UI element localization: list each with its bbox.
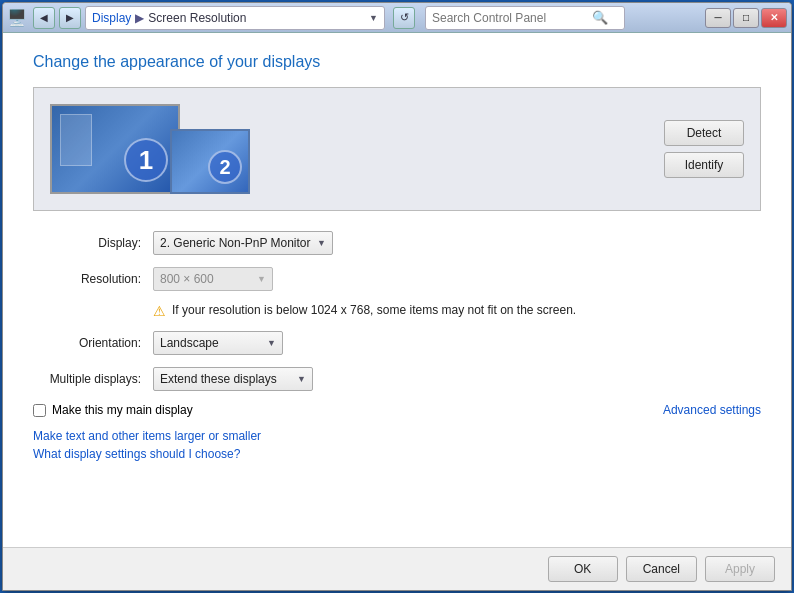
monitor-area: 1 2 <box>50 104 250 194</box>
bottom-bar: OK Cancel Apply <box>3 547 791 590</box>
display-select[interactable]: 2. Generic Non-PnP Monitor ▼ <box>153 231 333 255</box>
page-title: Change the appearance of your displays <box>33 53 761 71</box>
main-display-row: Make this my main display Advanced setti… <box>33 403 761 417</box>
resolution-select-arrow: ▼ <box>257 274 266 284</box>
search-input[interactable] <box>432 11 592 25</box>
window-icon: 🖥️ <box>7 8 27 27</box>
maximize-button[interactable]: □ <box>733 8 759 28</box>
ok-button[interactable]: OK <box>548 556 618 582</box>
resolution-select[interactable]: 800 × 600 ▼ <box>153 267 273 291</box>
title-bar-left: 🖥️ ◀ ▶ Display ▶ Screen Resolution ▼ ↺ <box>7 6 625 30</box>
orientation-select[interactable]: Landscape ▼ <box>153 331 283 355</box>
monitor-1[interactable]: 1 <box>50 104 180 194</box>
breadcrumb-current: Screen Resolution <box>148 11 246 25</box>
search-bar: 🔍 <box>425 6 625 30</box>
link-row-2: What display settings should I choose? <box>33 447 761 461</box>
minimize-button[interactable]: ─ <box>705 8 731 28</box>
orientation-row: Orientation: Landscape ▼ <box>33 331 761 355</box>
multiple-displays-select-arrow: ▼ <box>297 374 306 384</box>
nav-forward-button[interactable]: ▶ <box>59 7 81 29</box>
cancel-button[interactable]: Cancel <box>626 556 697 582</box>
title-bar: 🖥️ ◀ ▶ Display ▶ Screen Resolution ▼ ↺ <box>3 3 791 33</box>
refresh-button[interactable]: ↺ <box>393 7 415 29</box>
nav-back-button[interactable]: ◀ <box>33 7 55 29</box>
monitor-1-number: 1 <box>124 138 168 182</box>
orientation-select-arrow: ▼ <box>267 338 276 348</box>
multiple-displays-row: Multiple displays: Extend these displays… <box>33 367 761 391</box>
detect-buttons-group: Detect Identify <box>664 120 744 178</box>
display-label: Display: <box>33 236 153 250</box>
window-controls: ─ □ ✕ <box>705 8 787 28</box>
breadcrumb-display-link[interactable]: Display <box>92 11 131 25</box>
multiple-displays-label: Multiple displays: <box>33 372 153 386</box>
main-display-checkbox-label: Make this my main display <box>52 403 193 417</box>
detect-button[interactable]: Detect <box>664 120 744 146</box>
orientation-label: Orientation: <box>33 336 153 350</box>
resolution-label: Resolution: <box>33 272 153 286</box>
display-preview: 1 2 Detect Identify <box>33 87 761 211</box>
advanced-settings-link[interactable]: Advanced settings <box>663 403 761 417</box>
warning-row: ⚠ If your resolution is below 1024 x 768… <box>153 303 761 319</box>
main-display-checkbox[interactable] <box>33 404 46 417</box>
text-size-link[interactable]: Make text and other items larger or smal… <box>33 429 261 443</box>
display-select-arrow: ▼ <box>317 238 326 248</box>
close-button[interactable]: ✕ <box>761 8 787 28</box>
resolution-row: Resolution: 800 × 600 ▼ <box>33 267 761 291</box>
content-area: Change the appearance of your displays 1… <box>3 33 791 547</box>
display-settings-link[interactable]: What display settings should I choose? <box>33 447 240 461</box>
breadcrumb-separator: ▶ <box>135 11 144 25</box>
multiple-displays-select[interactable]: Extend these displays ▼ <box>153 367 313 391</box>
display-row: Display: 2. Generic Non-PnP Monitor ▼ <box>33 231 761 255</box>
search-icon: 🔍 <box>592 10 608 25</box>
monitor-2[interactable]: 2 <box>170 129 250 194</box>
breadcrumb-dropdown-button[interactable]: ▼ <box>369 13 378 23</box>
apply-button[interactable]: Apply <box>705 556 775 582</box>
main-window: 🖥️ ◀ ▶ Display ▶ Screen Resolution ▼ ↺ <box>2 2 792 591</box>
identify-button[interactable]: Identify <box>664 152 744 178</box>
warning-icon: ⚠ <box>153 303 166 319</box>
breadcrumb: Display ▶ Screen Resolution ▼ <box>85 6 385 30</box>
warning-text: If your resolution is below 1024 x 768, … <box>172 303 576 317</box>
monitor-2-number: 2 <box>208 150 242 184</box>
link-row-1: Make text and other items larger or smal… <box>33 429 761 443</box>
